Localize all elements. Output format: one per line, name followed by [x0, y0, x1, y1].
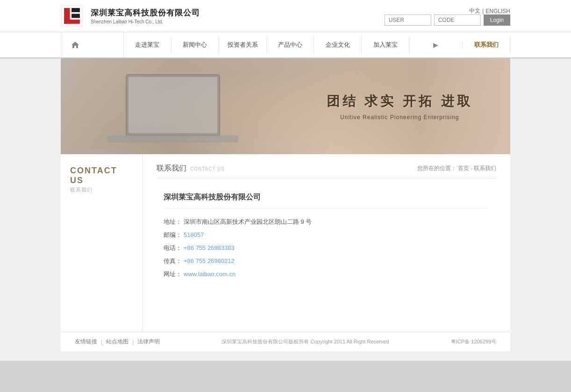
svg-rect-7 — [128, 77, 217, 133]
lang-en-link[interactable]: ENGLISH — [485, 8, 510, 14]
banner-chinese-text: 团结 求实 开拓 进取 — [327, 93, 473, 110]
svg-rect-2 — [64, 20, 80, 24]
footer-sep-1: | — [101, 339, 102, 345]
content-area: 联系我们 CONTACT US 您所在的位置： 首页 › 联系我们 深圳莱宝高科… — [143, 154, 510, 332]
banner-english-text: Unitive Realistic Pioneering Enterprisin… — [327, 114, 473, 121]
company-name: 深圳莱宝高科技股份有限公司 — [164, 192, 489, 208]
logo-text: 深圳莱宝高科技股份有限公司 Shenzhen Laibao Hi-Tech Co… — [91, 7, 200, 24]
phone-label: 电话： — [164, 244, 182, 252]
nav-item-contact[interactable]: 联系我们 — [463, 36, 510, 53]
logo-icon — [61, 5, 83, 27]
web-label: 网址： — [164, 270, 182, 278]
section-title-en: CONTACT US — [190, 166, 225, 171]
breadcrumb-right: 您所在的位置： 首页 › 联系我们 — [417, 164, 496, 172]
fax-value: +86 755 26980212 — [184, 257, 235, 264]
nav-products-link[interactable]: 产品中心 — [267, 36, 314, 53]
banner-text: 团结 求实 开拓 进取 Unitive Realistic Pioneering… — [327, 93, 473, 121]
nav-news-link[interactable]: 新闻中心 — [171, 36, 219, 53]
footer-link-legal[interactable]: 法律声明 — [137, 338, 160, 346]
laptop-illustration — [98, 70, 248, 154]
login-button[interactable]: Login — [484, 14, 510, 26]
lang-zh-link[interactable]: 中文 — [469, 7, 480, 15]
nav-item-news[interactable]: 新闻中心 — [171, 36, 219, 53]
address-value: 深圳市南山区高新技术产业园北区朗山二路 9 号 — [184, 218, 312, 226]
code-input[interactable] — [434, 14, 481, 26]
footer-icp: 粤ICP备 1206299号 — [451, 338, 496, 345]
phone-row: 电话： +86 755 26983383 — [164, 244, 489, 252]
hero-banner: 团结 求实 开拓 进取 Unitive Realistic Pioneering… — [61, 58, 510, 154]
address-row: 地址： 深圳市南山区高新技术产业园北区朗山二路 9 号 — [164, 218, 489, 226]
nav-join-link[interactable]: 加入莱宝 — [362, 36, 409, 53]
language-links: 中文 | ENGLISH — [469, 7, 510, 15]
breadcrumb-left: 联系我们 CONTACT US — [157, 164, 225, 173]
web-value[interactable]: www.laibao.com.cn — [184, 271, 236, 278]
nav-item-join[interactable]: 加入莱宝 — [362, 36, 409, 53]
footer-link-sitemap[interactable]: 站点地图 — [106, 338, 128, 346]
svg-marker-5 — [71, 42, 79, 48]
breadcrumb-current: 联系我们 — [474, 164, 496, 172]
breadcrumb-home-link[interactable]: 首页 — [458, 164, 469, 172]
footer-copyright: 深圳莱宝高科技股份有限公司版权所有 Copyright 2011 All Rig… — [221, 338, 389, 345]
logo: 深圳莱宝高科技股份有限公司 Shenzhen Laibao Hi-Tech Co… — [61, 5, 200, 27]
nav-home-link[interactable] — [69, 36, 116, 54]
nav-about-link[interactable]: 走进莱宝 — [124, 36, 171, 53]
footer-sep-2: | — [132, 339, 134, 345]
zip-value: 518057 — [184, 231, 204, 238]
fax-label: 传真： — [164, 257, 182, 265]
footer-links: 友情链接 | 站点地图 | 法律声明 — [75, 338, 160, 346]
login-area: Login — [385, 14, 510, 26]
navigation: 走进莱宝 新闻中心 投资者关系 产品中心 企业文化 加入莱宝 ▶ 联系我们 — [0, 32, 571, 58]
svg-rect-4 — [71, 14, 80, 18]
nav-contact-link[interactable]: 联系我们 — [463, 36, 510, 53]
logo-english: Shenzhen Laibao Hi-Tech Co., Ltd. — [91, 19, 200, 24]
main-content: CONTACT US 联系我们 联系我们 CONTACT US 您所在的位置： … — [61, 154, 510, 332]
user-input[interactable] — [385, 14, 431, 26]
web-row: 网址： www.laibao.com.cn — [164, 270, 489, 278]
sidebar-title-main: CONTACT US — [70, 166, 133, 185]
nav-item-culture[interactable]: 企业文化 — [314, 36, 362, 53]
svg-rect-3 — [71, 8, 80, 12]
sidebar: CONTACT US 联系我们 — [61, 154, 143, 332]
nav-item-about[interactable]: 走进莱宝 — [124, 36, 171, 53]
nav-item-investor[interactable]: 投资者关系 — [219, 36, 267, 53]
nav-arrow-item: ▶ — [409, 41, 463, 49]
breadcrumb-chevron: › — [471, 165, 472, 172]
nav-culture-link[interactable]: 企业文化 — [314, 36, 361, 53]
sidebar-title-sub: 联系我们 — [70, 186, 133, 193]
company-section: 深圳莱宝高科技股份有限公司 地址： 深圳市南山区高新技术产业园北区朗山二路 9 … — [157, 188, 496, 288]
zip-label: 邮编： — [164, 231, 182, 239]
phone-value: +86 755 26983383 — [184, 244, 235, 251]
fax-row: 传真： +86 755 26980212 — [164, 257, 489, 265]
address-label: 地址： — [164, 218, 182, 226]
nav-item-home[interactable] — [61, 32, 124, 57]
home-icon — [71, 41, 79, 49]
sidebar-title-block: CONTACT US 联系我们 — [70, 166, 133, 193]
footer-link-friendship[interactable]: 友情链接 — [75, 338, 97, 346]
zip-row: 邮编： 518057 — [164, 231, 489, 239]
location-label: 您所在的位置： — [417, 164, 457, 172]
lang-separator: | — [482, 8, 484, 14]
breadcrumb: 联系我们 CONTACT US 您所在的位置： 首页 › 联系我们 — [157, 164, 496, 178]
section-title-zh: 联系我们 — [157, 164, 186, 173]
footer: 友情链接 | 站点地图 | 法律声明 深圳莱宝高科技股份有限公司版权所有 Cop… — [61, 332, 510, 351]
nav-item-products[interactable]: 产品中心 — [267, 36, 314, 53]
logo-chinese: 深圳莱宝高科技股份有限公司 — [91, 7, 200, 18]
nav-investor-link[interactable]: 投资者关系 — [219, 36, 266, 53]
nav-list: 走进莱宝 新闻中心 投资者关系 产品中心 企业文化 加入莱宝 ▶ 联系我们 — [61, 32, 510, 57]
